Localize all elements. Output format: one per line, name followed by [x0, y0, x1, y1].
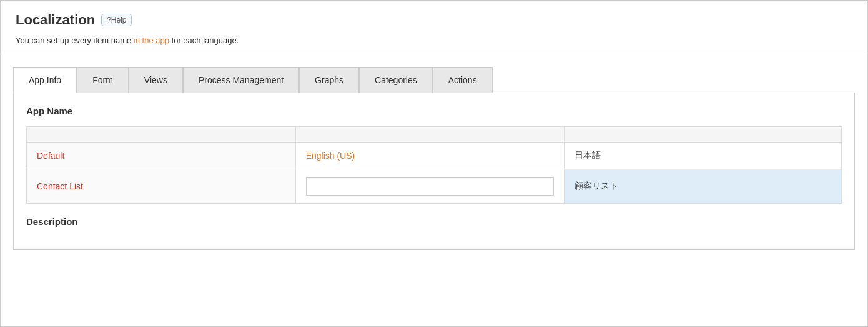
- col-japanese-header: [565, 127, 842, 143]
- app-name-section: App Name DefaultEnglish (US)日本語Contact L…: [26, 106, 842, 204]
- tabs-row: App InfoFormViewsProcess ManagementGraph…: [1, 67, 867, 93]
- row-label: Default: [27, 143, 296, 169]
- col-english-header: [295, 127, 565, 143]
- section-title: App Name: [26, 106, 842, 116]
- row-japanese-col: 顧客リスト: [565, 169, 842, 204]
- tab-categories[interactable]: Categories: [359, 67, 433, 93]
- tab-views[interactable]: Views: [129, 67, 183, 93]
- description-link: in the app: [134, 36, 169, 45]
- row-japanese-col: 日本語: [565, 143, 842, 169]
- tab-content: App Name DefaultEnglish (US)日本語Contact L…: [13, 93, 855, 250]
- tab-actions[interactable]: Actions: [433, 67, 493, 93]
- page-title: Localization: [16, 12, 95, 28]
- app-name-table: DefaultEnglish (US)日本語Contact List顧客リスト: [26, 126, 842, 204]
- tab-process-management[interactable]: Process Management: [183, 67, 299, 93]
- table-row: DefaultEnglish (US)日本語: [27, 143, 842, 169]
- description-text: You can set up every item name in the ap…: [16, 36, 852, 45]
- description-label: Description: [26, 216, 842, 227]
- header-section: Localization ?Help You can set up every …: [1, 1, 867, 54]
- tab-app-info[interactable]: App Info: [13, 67, 77, 93]
- tabs-container: App InfoFormViewsProcess ManagementGraph…: [1, 67, 867, 250]
- row-label: Contact List: [27, 169, 296, 204]
- help-button[interactable]: ?Help: [101, 14, 132, 26]
- table-row: Contact List顧客リスト: [27, 169, 842, 204]
- description-section: Description: [26, 216, 842, 227]
- row-english-col[interactable]: [295, 169, 565, 204]
- tab-form[interactable]: Form: [77, 67, 129, 93]
- english-input[interactable]: [306, 177, 555, 196]
- tab-graphs[interactable]: Graphs: [299, 67, 359, 93]
- row-english-col: English (US): [295, 143, 565, 169]
- col-default-header: [27, 127, 296, 143]
